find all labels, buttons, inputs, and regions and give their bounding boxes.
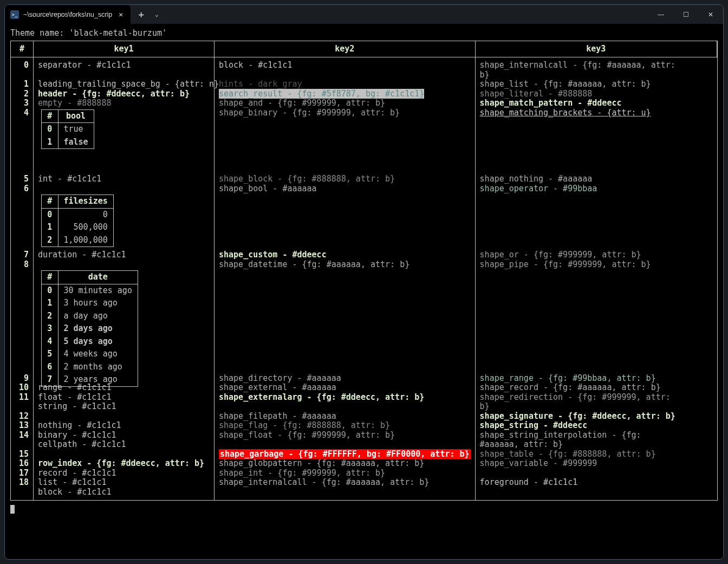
row-number — [15, 70, 29, 80]
key3-line: shape_table - {fg: #888888, attr: b} — [480, 450, 713, 459]
key2-line — [219, 269, 471, 279]
key2-line: shape_internalcall - {fg: #aaaaaa, attr:… — [219, 478, 471, 488]
key3-line — [480, 193, 713, 203]
key3-line: b} — [480, 402, 713, 412]
key2-line — [219, 402, 471, 412]
row-number — [15, 440, 29, 450]
subtable-wrapper: #bool0true1false — [38, 108, 210, 175]
maximize-button[interactable]: ☐ — [673, 5, 698, 24]
key2-line — [219, 222, 471, 232]
key1-line: leading_trailing_space_bg - {attr: n} — [38, 80, 210, 89]
terminal-body[interactable]: Theme name: 'black-metal-burzum' # key1 … — [5, 24, 723, 559]
row-number: 3 — [15, 99, 29, 108]
key1-line: record - #c1c1c1 — [38, 469, 210, 478]
key2-line — [219, 193, 471, 203]
row-number — [15, 355, 29, 365]
key2-line: shape_block - {fg: #888888, attr: b} — [219, 174, 471, 184]
row-number: 15 — [15, 450, 29, 459]
minimize-button[interactable]: — — [648, 5, 673, 24]
row-number — [15, 165, 29, 175]
key2-line: shape_directory - #aaaaaa — [219, 374, 471, 384]
theme-table: # key1 key2 key3 01234567891011121314151… — [10, 41, 718, 501]
row-number: 18 — [15, 478, 29, 488]
row-number — [15, 203, 29, 213]
key3-line: shape_matching_brackets - {attr: u} — [480, 108, 713, 118]
row-number: 4 — [15, 108, 29, 118]
key1-line: duration - #c1c1c1 — [38, 250, 210, 260]
key1-line: separator - #c1c1c1 — [38, 61, 210, 70]
key3-line: shape_operator - #99bbaa — [480, 184, 713, 194]
theme-name: 'black-metal-burzum' — [69, 28, 167, 38]
theme-line: Theme name: 'black-metal-burzum' — [10, 29, 718, 38]
key3-line — [480, 298, 713, 308]
key3-line: shape_match_pattern - #ddeecc — [480, 99, 713, 108]
key2-line: shape_externalarg - {fg: #ddeecc, attr: … — [219, 393, 471, 403]
key3-line: shape_redirection - {fg: #999999, attr: — [480, 393, 713, 403]
tab-active[interactable]: >_ ~\source\repos\forks\nu_scrip ✕ — [5, 5, 131, 24]
key1-line: row_index - {fg: #ddeecc, attr: b} — [38, 459, 210, 469]
key3-line — [480, 336, 713, 346]
column-key3: shape_internalcall - {fg: #aaaaaa, attr:… — [476, 57, 717, 500]
key2-line: shape_binary - {fg: #999999, attr: b} — [219, 108, 471, 118]
key3-line — [480, 231, 713, 241]
key2-line: search_result - {fg: #5f8787, bg: #c1c1c… — [219, 89, 471, 99]
key2-line — [219, 155, 471, 165]
key3-line: shape_signature - {fg: #ddeecc, attr: b} — [480, 412, 713, 422]
row-number: 11 — [15, 393, 29, 403]
row-number — [15, 241, 29, 251]
key3-line — [480, 203, 713, 213]
column-key2: block - #c1c1c1hints - dark_graysearch_r… — [214, 57, 476, 500]
row-number — [15, 364, 29, 374]
key3-line — [480, 317, 713, 327]
terminal-window: >_ ~\source\repos\forks\nu_scrip ✕ + ⌄ —… — [4, 4, 724, 560]
new-tab-button[interactable]: + — [131, 9, 152, 20]
subtable-wrapper: #filesizes001500,00021,000,000 — [38, 193, 210, 250]
key3-line — [480, 355, 713, 365]
close-icon[interactable]: ✕ — [116, 10, 125, 18]
key2-line — [219, 231, 471, 241]
row-number — [15, 222, 29, 232]
close-button[interactable]: ✕ — [698, 5, 723, 24]
subtable-bool: #bool0true1false — [41, 109, 94, 150]
key2-line: shape_external - #aaaaaa — [219, 383, 471, 393]
key2-line: shape_flag - {fg: #888888, attr: b} — [219, 421, 471, 431]
key2-line: shape_float - {fg: #999999, attr: b} — [219, 431, 471, 440]
row-number — [15, 212, 29, 222]
row-number — [15, 155, 29, 165]
key2-line — [219, 165, 471, 175]
row-number: 5 — [15, 174, 29, 184]
row-number — [15, 298, 29, 308]
key2-line — [219, 326, 471, 336]
row-number — [15, 288, 29, 298]
key3-line — [480, 146, 713, 156]
header-num: # — [11, 41, 34, 58]
row-number: 13 — [15, 421, 29, 431]
key2-line — [219, 212, 471, 222]
tab-title: ~\source\repos\forks\nu_scrip — [23, 11, 112, 18]
key1-line — [38, 260, 210, 270]
key2-line — [219, 364, 471, 374]
row-number — [15, 402, 29, 412]
key3-line — [480, 222, 713, 232]
row-number — [15, 193, 29, 203]
key2-line: shape_globpattern - {fg: #aaaaaa, attr: … — [219, 459, 471, 469]
key3-line — [480, 269, 713, 279]
key2-line — [219, 345, 471, 355]
tab-dropdown[interactable]: ⌄ — [152, 11, 162, 18]
column-rownum: 0123456789101112131415161718 — [11, 57, 34, 500]
key2-line — [219, 298, 471, 308]
key3-line — [480, 364, 713, 374]
key3-line: shape_range - {fg: #99bbaa, attr: b} — [480, 374, 713, 384]
row-number — [15, 146, 29, 156]
row-number — [15, 127, 29, 137]
key3-line — [480, 137, 713, 146]
powershell-icon: >_ — [10, 10, 19, 19]
row-number — [15, 269, 29, 279]
key3-line: shape_nothing - #aaaaaa — [480, 174, 713, 184]
key2-line — [219, 203, 471, 213]
key2-line — [219, 307, 471, 317]
key2-line: shape_datetime - {fg: #aaaaaa, attr: b} — [219, 260, 471, 270]
key3-line: shape_pipe - {fg: #999999, attr: b} — [480, 260, 713, 270]
row-number — [15, 345, 29, 355]
key2-line — [219, 70, 471, 80]
